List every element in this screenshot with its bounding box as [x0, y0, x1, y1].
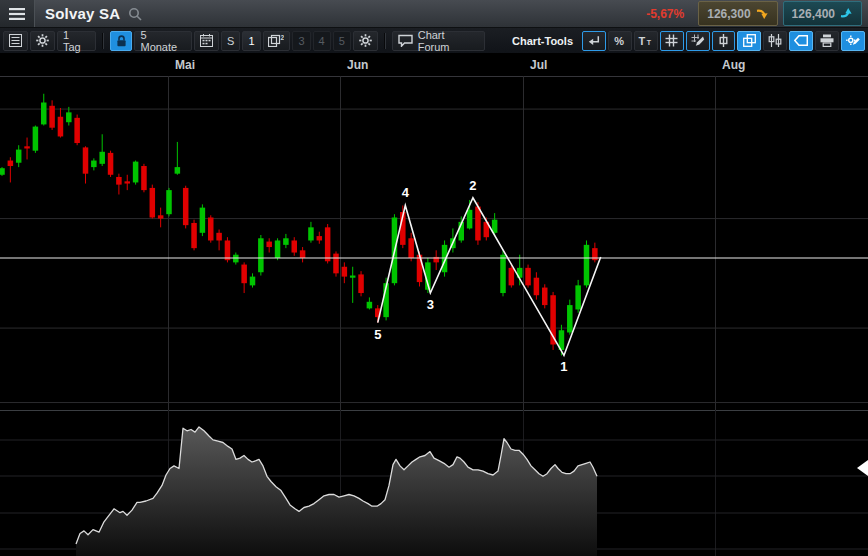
chart-forum[interactable]: Chart Forum — [392, 31, 485, 51]
topbar: Solvay SA -5,67% 126,300 126,400 — [0, 0, 868, 28]
svg-text:%: % — [615, 35, 625, 47]
charts-2[interactable]: 2 — [263, 31, 291, 51]
range-select[interactable]: 5 Monate — [134, 31, 192, 51]
chart-settings[interactable] — [353, 31, 378, 51]
wave-label-3: 3 — [427, 297, 434, 312]
change-percent: -5,67% — [646, 7, 684, 21]
charts-1[interactable]: 1 — [242, 31, 260, 51]
percent-icon: % — [613, 35, 626, 47]
print-chart[interactable] — [815, 31, 839, 51]
candlestick-type[interactable] — [712, 31, 736, 51]
chart-toolbar: 1 Tag5 MonateS12345Chart ForumChart-Tool… — [0, 28, 868, 54]
divider-1 — [102, 33, 104, 49]
volume-indicator-chart[interactable] — [0, 410, 868, 556]
candlestick-icon — [719, 34, 728, 47]
printer-icon — [820, 34, 834, 47]
charts-5[interactable]: 5 — [333, 31, 351, 51]
list-icon — [9, 34, 22, 47]
interval-select[interactable]: 1 Tag — [57, 31, 96, 51]
charts-3[interactable]: 3 — [292, 31, 310, 51]
instrument-title: Solvay SA — [45, 5, 120, 22]
gear-pencil-icon — [846, 34, 860, 47]
undo-icon — [587, 35, 600, 47]
hamburger-icon — [9, 8, 25, 20]
settings[interactable] — [30, 31, 55, 51]
wave-label-5: 5 — [374, 327, 381, 342]
month-label-jun: Jun — [347, 58, 368, 72]
gear-icon — [36, 34, 49, 47]
charts-4[interactable]: 4 — [313, 31, 331, 51]
gear-icon — [359, 34, 372, 47]
month-label-mai: Mai — [175, 58, 195, 72]
month-label-jul: Jul — [530, 58, 547, 72]
svg-text:T: T — [639, 35, 646, 47]
search-icon[interactable] — [128, 7, 142, 21]
charts-1-label: 1 — [248, 35, 254, 47]
tag-icon — [794, 35, 808, 46]
scale-s-label: S — [227, 35, 234, 47]
sell-arrow-icon — [756, 7, 769, 20]
compare-charts[interactable] — [737, 31, 761, 51]
grid-toggle[interactable] — [660, 31, 684, 51]
interval-select-label: 1 Tag — [63, 29, 90, 53]
sell-button[interactable]: 126,300 — [698, 1, 777, 26]
layout-2-icon: 2 — [268, 34, 284, 47]
undo-tool[interactable] — [582, 31, 606, 51]
lock-toggle[interactable] — [110, 31, 133, 51]
layers-icon — [743, 34, 756, 47]
time-axis: MaiJunJulAug — [0, 54, 868, 76]
chart-properties[interactable] — [3, 31, 28, 51]
wave-label-4: 4 — [402, 185, 410, 200]
chart-edit-settings[interactable] — [841, 31, 865, 51]
sell-price: 126,300 — [707, 7, 750, 21]
text-icon: TT — [638, 35, 653, 47]
chart-forum-label: Chart Forum — [418, 29, 479, 53]
menu-button[interactable] — [0, 0, 35, 27]
charts-5-label: 5 — [339, 35, 345, 47]
indicator-tool[interactable] — [763, 31, 787, 51]
candles-compare-icon — [768, 34, 782, 47]
chat-bubble-icon — [398, 34, 413, 47]
pencil-grid-icon — [691, 34, 705, 47]
charts-3-label: 3 — [298, 35, 304, 47]
wave-label-1: 1 — [560, 359, 567, 374]
mouse-cursor — [857, 460, 868, 476]
lock-icon — [116, 35, 127, 47]
calendar-icon — [200, 34, 213, 47]
buy-arrow-icon — [840, 7, 853, 20]
grid-icon — [665, 34, 678, 47]
buy-price: 126,400 — [792, 7, 835, 21]
divider-2 — [384, 33, 386, 49]
price-chart[interactable]: 54321 — [0, 76, 868, 410]
text-tool[interactable]: TT — [634, 31, 658, 51]
candles — [0, 94, 598, 356]
annotation-tag-tool[interactable] — [789, 31, 813, 51]
calendar[interactable] — [194, 31, 219, 51]
month-label-aug: Aug — [722, 58, 745, 72]
chart-tools-label: Chart-Tools — [512, 35, 573, 47]
volume-area — [76, 427, 597, 556]
range-select-label: 5 Monate — [140, 29, 186, 53]
percent-scale-tool[interactable]: % — [608, 31, 632, 51]
charts-4-label: 4 — [319, 35, 325, 47]
draw-tool[interactable] — [686, 31, 710, 51]
buy-button[interactable]: 126,400 — [783, 1, 862, 26]
scale-s[interactable]: S — [221, 31, 240, 51]
svg-text:2: 2 — [281, 34, 285, 41]
svg-text:T: T — [647, 39, 652, 46]
wave-label-2: 2 — [469, 178, 476, 193]
